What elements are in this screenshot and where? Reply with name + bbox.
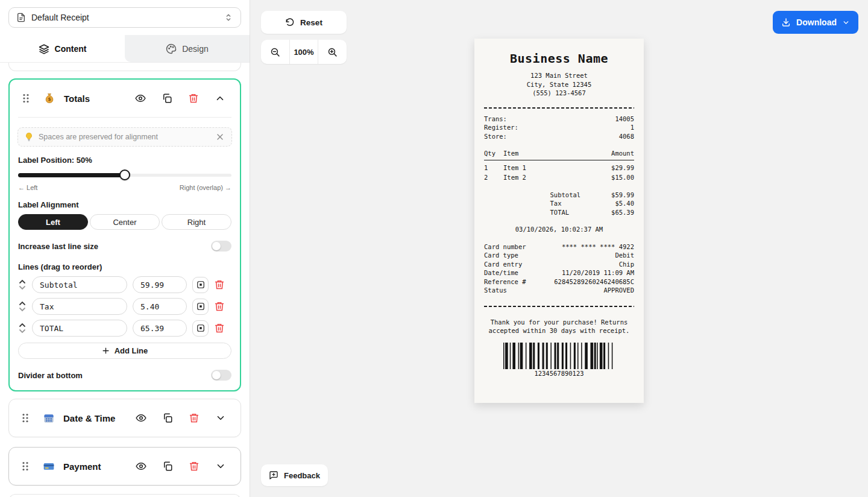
line-value-input[interactable] [133, 298, 187, 315]
receipt-business-name: Business Name [484, 51, 634, 66]
receipt-total-row: Tax$5.40 [484, 199, 634, 208]
tab-content-label: Content [55, 44, 87, 54]
payment-label: Card entry [484, 260, 522, 269]
receipt-payment-row: Card typeDebit [484, 251, 634, 260]
payment-label: Card number [484, 242, 526, 252]
tab-design[interactable]: Design [125, 35, 250, 62]
receipt-payment-row: StatusAPPROVED [484, 286, 634, 295]
info-value: 14005 [615, 115, 634, 124]
item-name: Item 2 [503, 173, 611, 182]
drag-handle-icon[interactable] [21, 461, 30, 472]
chevron-down-icon[interactable] [19, 307, 26, 312]
line-value-input[interactable] [133, 276, 187, 293]
line-label-input[interactable] [32, 276, 127, 293]
visibility-eye-icon[interactable] [130, 89, 151, 107]
duplicate-icon[interactable] [157, 409, 178, 427]
visibility-eye-icon[interactable] [131, 457, 151, 475]
section-card-datetime[interactable]: Date & Time [8, 399, 241, 437]
items-header-item: Item [503, 149, 611, 158]
tab-design-label: Design [182, 44, 209, 54]
reorder-chevrons[interactable] [18, 323, 27, 334]
chevron-down-icon[interactable] [19, 329, 26, 334]
chevron-down-icon [842, 19, 850, 27]
chevron-down-icon[interactable] [19, 285, 26, 290]
line-style-button[interactable] [192, 320, 209, 337]
palette-icon [166, 43, 177, 54]
line-delete-icon[interactable] [214, 323, 225, 334]
reorder-chevrons[interactable] [18, 279, 27, 290]
receipt-total-row: Subtotal$59.99 [484, 191, 634, 200]
feedback-label: Feedback [284, 471, 320, 480]
line-value-input[interactable] [133, 320, 187, 337]
download-label: Download [796, 17, 837, 27]
payment-value: Chip [619, 260, 634, 269]
delete-trash-icon[interactable] [183, 89, 204, 107]
zoom-controls: 100% [261, 40, 347, 64]
layers-icon [39, 43, 49, 54]
duplicate-icon[interactable] [157, 457, 178, 475]
visibility-eye-icon[interactable] [131, 409, 151, 427]
feedback-button[interactable]: Feedback [261, 464, 328, 486]
alignment-right-button[interactable]: Right [162, 214, 231, 230]
section-card-partial-top[interactable] [8, 63, 241, 71]
line-style-button[interactable] [192, 299, 209, 315]
add-line-button[interactable]: Add Line [18, 343, 231, 359]
section-card-payment[interactable]: Payment [8, 447, 241, 486]
chevron-up-icon[interactable] [19, 279, 26, 284]
receipt-barcode-text: 1234567890123 [484, 369, 634, 378]
zoom-in-button[interactable] [318, 40, 347, 64]
receipt-preview[interactable]: Business Name 123 Main Street City, Stat… [474, 39, 644, 403]
expand-chevron-down-icon[interactable] [210, 457, 231, 475]
document-icon [16, 13, 26, 22]
receipt-item-row: 1 Item 1 $29.99 [484, 163, 634, 173]
svg-text:$: $ [48, 97, 51, 102]
reset-icon [285, 17, 295, 27]
tip-text: Spaces are preserved for alignment [39, 133, 210, 141]
section-card-partial-bottom[interactable] [8, 494, 241, 497]
alignment-left-button[interactable]: Left [18, 214, 88, 230]
label-position-label: Label Position: 50% [18, 156, 231, 165]
total-label: Subtotal [550, 191, 581, 200]
lines-label: Lines (drag to reorder) [18, 262, 231, 271]
increase-last-line-toggle[interactable] [211, 241, 231, 252]
receipt-barcode-block: 1234567890123 [484, 343, 634, 378]
payment-value: APPROVED [603, 286, 634, 295]
zoom-out-button[interactable] [261, 40, 289, 64]
receipt-selector[interactable]: Default Receipt [8, 7, 241, 28]
delete-trash-icon[interactable] [184, 457, 204, 475]
reorder-chevrons[interactable] [18, 301, 27, 312]
line-label-input[interactable] [32, 298, 127, 315]
receipt-items-header: Qty Item Amount [484, 149, 634, 160]
lightbulb-icon [24, 132, 34, 142]
line-delete-icon[interactable] [214, 301, 225, 312]
collapse-chevron-up-icon[interactable] [210, 89, 230, 107]
line-delete-icon[interactable] [214, 279, 225, 290]
drag-handle-icon[interactable] [21, 413, 30, 423]
delete-trash-icon[interactable] [184, 409, 204, 427]
drag-handle-icon[interactable] [22, 93, 30, 104]
divider [18, 117, 231, 118]
expand-chevron-down-icon[interactable] [210, 409, 231, 427]
download-icon [781, 17, 791, 27]
totals-header: $ Totals [10, 80, 240, 117]
label-position-slider[interactable] [18, 169, 231, 180]
line-style-button[interactable] [192, 277, 209, 293]
line-label-input[interactable] [32, 320, 127, 337]
download-button[interactable]: Download [773, 11, 858, 34]
info-value: 4068 [619, 132, 634, 141]
payment-value: Debit [615, 251, 634, 260]
square-toggle-icon [197, 302, 205, 311]
info-label: Trans: [484, 115, 507, 124]
payment-label: Reference # [484, 277, 526, 286]
alignment-center-button[interactable]: Center [90, 214, 160, 230]
divider-at-bottom-toggle[interactable] [211, 370, 231, 381]
duplicate-icon[interactable] [157, 89, 177, 107]
chevron-up-icon[interactable] [19, 323, 26, 328]
preview-canvas: Reset 100% Download Business Name 123 Ma… [250, 0, 868, 497]
tab-content[interactable]: Content [0, 35, 125, 62]
reset-button[interactable]: Reset [261, 11, 347, 34]
slider-thumb[interactable] [119, 169, 130, 180]
receipt-selector-label: Default Receipt [31, 13, 218, 22]
chevron-up-icon[interactable] [19, 301, 26, 306]
tip-close-icon[interactable] [215, 131, 225, 142]
